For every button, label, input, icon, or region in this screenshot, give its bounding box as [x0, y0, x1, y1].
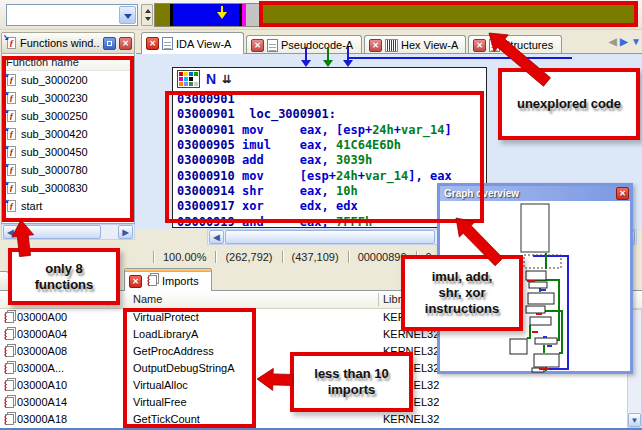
function-icon: ƒ↘: [4, 127, 17, 141]
tab-pseudocode-a[interactable]: ✕Pseudocode-A: [246, 35, 362, 54]
tab-label: IDA View-A: [176, 38, 231, 50]
import-address: 03000A18: [17, 413, 67, 425]
function-list-item[interactable]: ƒ↘start: [2, 197, 134, 215]
function-list-item[interactable]: ƒ↘sub_3000780: [2, 161, 134, 179]
function-list-item[interactable]: ƒ↘sub_3000830: [2, 179, 134, 197]
import-library: KERNEL32: [383, 413, 439, 425]
tab-hex-view-a[interactable]: ✕Hex View-A: [364, 35, 466, 54]
function-list-item[interactable]: ƒ↘sub_3000420: [2, 125, 134, 143]
close-icon[interactable]: ✕: [251, 39, 264, 52]
function-list-item[interactable]: ƒ↘sub_3000230: [2, 89, 134, 107]
scroll-right-button[interactable]: ▶: [118, 225, 133, 239]
tab-scroll-right-button[interactable]: ▶: [620, 36, 628, 47]
node-toolbar: N ⇊: [173, 68, 486, 90]
functions-column-header[interactable]: Function name: [2, 54, 134, 71]
function-icon: ƒ↘: [4, 36, 17, 50]
edge-arrow-icon: [301, 60, 311, 67]
close-button[interactable]: ✕: [119, 37, 132, 50]
function-icon: ƒ↘: [4, 181, 17, 195]
annotation-only-8-functions: only 8functions: [8, 248, 120, 305]
import-address: 03000A10: [17, 379, 67, 391]
import-icon: [2, 412, 16, 428]
annotation-text: shr, xor: [439, 285, 486, 301]
annotation-text: imports: [328, 382, 376, 398]
search-combobox[interactable]: [6, 4, 138, 26]
import-icon: [2, 344, 16, 360]
column-header-name[interactable]: Name: [133, 293, 162, 305]
close-icon[interactable]: ✕: [473, 39, 486, 52]
import-address: 03000A...: [17, 362, 64, 374]
disasm-line: 0300090B add eax, 3039h: [177, 153, 452, 168]
function-name: sub_3000200: [21, 74, 88, 86]
node-color-button[interactable]: [177, 70, 200, 88]
function-list-item[interactable]: ƒ↘sub_3000450: [2, 143, 134, 161]
document-icon: [267, 39, 278, 52]
navigation-band[interactable]: [154, 3, 637, 27]
function-name: sub_3000250: [21, 110, 88, 122]
close-icon[interactable]: ✕: [146, 37, 159, 50]
scroll-thumb[interactable]: [225, 230, 435, 244]
function-name: sub_3000830: [21, 182, 88, 194]
status-value: (437,109): [292, 251, 339, 263]
combo-dropdown-button[interactable]: [119, 6, 136, 24]
edge-arrow-icon: [343, 60, 353, 67]
navband-resize-button[interactable]: [141, 4, 153, 26]
close-icon[interactable]: ✕: [129, 275, 142, 288]
imports-row[interactable]: 03000A18GetTickCountKERNEL32: [0, 411, 642, 428]
restore-button[interactable]: [103, 37, 116, 50]
document-icon: [162, 37, 173, 50]
annotation-unexplored-code: unexplored code: [498, 68, 640, 140]
functions-window-titlebar[interactable]: ƒ↘ Functions wind... ✕: [1, 32, 135, 54]
tab-scroll-left-button[interactable]: ◀: [609, 36, 617, 47]
graph-overview-title: Graph overview: [444, 188, 519, 199]
function-name: sub_3000780: [21, 164, 88, 176]
close-icon[interactable]: ✕: [369, 39, 382, 52]
function-list-item[interactable]: ƒ↘sub_3000200: [2, 71, 134, 89]
scroll-thumb[interactable]: [19, 225, 101, 239]
disasm-line: 03000905 imul eax, 41C64E6Dh: [177, 138, 452, 153]
main-toolbar: [0, 0, 642, 30]
status-separator: [282, 251, 283, 263]
import-icon: [2, 310, 16, 326]
graph-edge: [348, 57, 572, 59]
tab-list-button[interactable]: ▼: [631, 36, 641, 47]
tab-structures[interactable]: ✕Structures: [468, 35, 562, 54]
import-address: 03000A08: [17, 345, 67, 357]
graph-overview-titlebar[interactable]: Graph overview ✕: [440, 186, 630, 201]
annotation-text: less than 10: [314, 366, 388, 382]
scroll-down-button[interactable]: ▼: [628, 413, 641, 427]
function-icon: ƒ↘: [4, 91, 17, 105]
functions-window-title: Functions wind...: [20, 37, 100, 49]
annotation-text: unexplored code: [517, 96, 621, 112]
close-icon[interactable]: ✕: [616, 187, 629, 200]
scroll-left-button[interactable]: ◀: [209, 230, 224, 244]
document-icon: [489, 39, 500, 52]
disasm-line: 03000901 mov eax, [esp+24h+var_14]: [177, 123, 452, 138]
node-collapse-icon[interactable]: ⇊: [222, 73, 231, 86]
functions-list[interactable]: Function name ƒ↘sub_3000200ƒ↘sub_3000230…: [1, 54, 135, 224]
function-name: start: [21, 200, 42, 212]
band-segment-data: [246, 4, 260, 26]
annotation-instructions: imul, add,shr, xorinstructions: [401, 255, 523, 331]
band-segment-explored-code: [155, 4, 170, 26]
disasm-line: 03000910 mov [esp+24h+var_14], eax: [177, 169, 452, 184]
disassembly-listing[interactable]: 0300090103000901 loc_3000901:03000901 mo…: [177, 92, 452, 228]
scroll-left-button[interactable]: ◀: [3, 225, 18, 239]
edge-arrow-icon: [323, 60, 333, 67]
function-name: sub_3000420: [21, 128, 88, 140]
chevron-down-icon: [124, 14, 132, 19]
node-normal-button[interactable]: N: [206, 71, 216, 87]
function-list-item[interactable]: ƒ↘sub_3000250: [2, 107, 134, 125]
status-separator: [153, 251, 154, 263]
tab-imports[interactable]: ✕ Imports: [124, 268, 212, 291]
functions-hscrollbar[interactable]: ◀ ▶: [1, 224, 135, 240]
annotation-text: functions: [35, 277, 94, 293]
disasm-line: 03000901: [177, 92, 452, 107]
status-separator: [348, 251, 349, 263]
tab-ida-view-a[interactable]: ✕IDA View-A: [141, 32, 244, 54]
tab-label: Pseudocode-A: [281, 39, 353, 51]
status-separator: [215, 251, 216, 263]
tab-label: Hex View-A: [401, 39, 458, 51]
disasm-line: 03000917 xor edx, edx: [177, 199, 452, 214]
import-name: OutputDebugStringA: [133, 362, 235, 374]
